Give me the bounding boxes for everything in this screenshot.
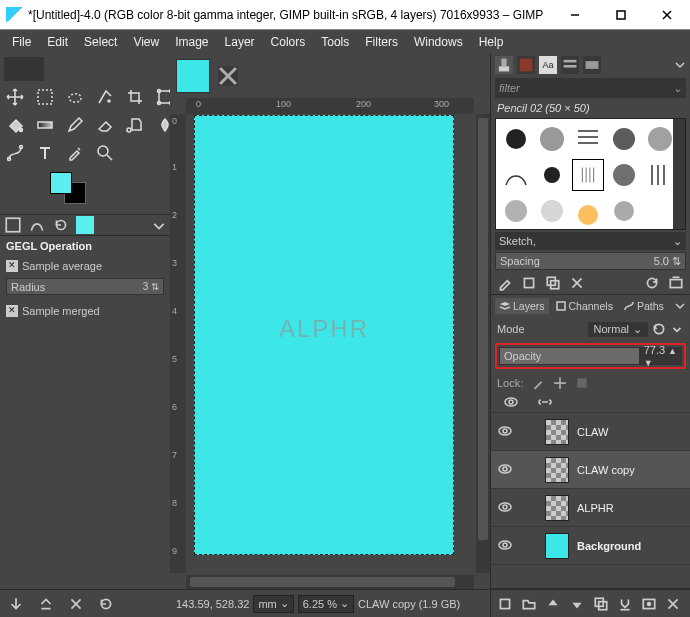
menu-tools[interactable]: Tools — [313, 31, 357, 53]
fonts-tab-icon[interactable]: Aa — [539, 56, 557, 74]
image-tab-thumb[interactable] — [176, 59, 210, 93]
menu-select[interactable]: Select — [76, 31, 125, 53]
layer-name[interactable]: ALPHR — [577, 502, 614, 514]
gradient-tool-icon[interactable] — [36, 116, 54, 134]
brushes-tab-icon[interactable] — [495, 56, 513, 74]
lower-layer-icon[interactable] — [569, 596, 585, 612]
ruler-horizontal[interactable]: 0 100 200 300 — [186, 98, 474, 114]
crop-tool-icon[interactable] — [126, 88, 144, 106]
images-tab-icon[interactable] — [76, 216, 94, 234]
menu-help[interactable]: Help — [471, 31, 512, 53]
zoom-tool-icon[interactable] — [96, 144, 114, 162]
minimize-button[interactable] — [552, 0, 598, 30]
tool-options-tab-icon[interactable] — [4, 216, 22, 234]
menu-file[interactable]: File — [4, 31, 39, 53]
fuzzy-select-tool-icon[interactable] — [96, 88, 114, 106]
menu-filters[interactable]: Filters — [357, 31, 406, 53]
merge-layer-icon[interactable] — [617, 596, 633, 612]
edit-brush-icon[interactable] — [497, 275, 513, 291]
eraser-tool-icon[interactable] — [96, 116, 114, 134]
restore-tool-preset-icon[interactable] — [38, 596, 54, 612]
new-layer-group-icon[interactable] — [521, 596, 537, 612]
opacity-slider[interactable]: Opacity 77.3▲▼ — [499, 347, 682, 365]
bucket-fill-tool-icon[interactable] — [6, 116, 24, 134]
pencil-tool-icon[interactable] — [66, 116, 84, 134]
dock-menu-icon[interactable] — [152, 218, 166, 232]
undo-history-tab-icon[interactable] — [52, 216, 70, 234]
free-select-tool-icon[interactable] — [66, 88, 84, 106]
new-layer-icon[interactable] — [497, 596, 513, 612]
text-tool-icon[interactable] — [36, 144, 54, 162]
sample-average-checkbox[interactable]: ✕ — [6, 260, 18, 272]
layer-row[interactable]: Background — [491, 527, 690, 565]
layer-visibility-icon[interactable] — [497, 499, 513, 517]
lock-position-icon[interactable] — [553, 376, 567, 390]
layer-visibility-icon[interactable] — [497, 423, 513, 441]
layer-visibility-icon[interactable] — [497, 461, 513, 479]
close-button[interactable] — [644, 0, 690, 30]
foreground-color[interactable] — [50, 172, 72, 194]
menu-edit[interactable]: Edit — [39, 31, 76, 53]
duplicate-brush-icon[interactable] — [545, 275, 561, 291]
unit-select[interactable]: mm ⌄ — [253, 595, 293, 613]
lock-alpha-icon[interactable] — [575, 376, 589, 390]
mode-select[interactable]: Normal ⌄ — [588, 322, 648, 337]
delete-tool-preset-icon[interactable] — [68, 596, 84, 612]
sample-merged-checkbox[interactable]: ✕ — [6, 305, 18, 317]
layers-dock-menu-icon[interactable] — [674, 299, 686, 313]
mask-layer-icon[interactable] — [641, 596, 657, 612]
toolbox-tab[interactable] — [4, 57, 44, 81]
layer-row[interactable]: ALPHR — [491, 489, 690, 527]
mode-reset-icon[interactable] — [652, 322, 666, 336]
layer-visibility-icon[interactable] — [497, 537, 513, 555]
brushes-dock-menu-icon[interactable] — [674, 58, 686, 72]
layer-name[interactable]: CLAW copy — [577, 464, 635, 476]
lock-pixels-icon[interactable] — [531, 376, 545, 390]
menu-windows[interactable]: Windows — [406, 31, 471, 53]
menu-image[interactable]: Image — [167, 31, 216, 53]
color-swatch[interactable] — [50, 172, 90, 204]
ruler-vertical[interactable]: 0 1 2 3 4 5 6 7 8 9 — [170, 114, 186, 573]
device-status-tab-icon[interactable] — [28, 216, 46, 234]
move-tool-icon[interactable] — [6, 88, 24, 106]
visibility-header-icon[interactable] — [503, 394, 519, 412]
path-tool-icon[interactable] — [6, 144, 24, 162]
history-tab-icon[interactable] — [561, 56, 579, 74]
tab-paths[interactable]: Paths — [619, 298, 668, 314]
canvas-scrollbar-vertical[interactable] — [476, 114, 490, 573]
raise-layer-icon[interactable] — [545, 596, 561, 612]
duplicate-layer-icon[interactable] — [593, 596, 609, 612]
canvas[interactable]: ALPHR — [194, 115, 454, 555]
layer-name[interactable]: CLAW — [577, 426, 608, 438]
delete-layer-icon[interactable] — [665, 596, 681, 612]
open-as-image-icon[interactable] — [668, 275, 684, 291]
canvas-scrollbar-horizontal[interactable] — [186, 575, 474, 589]
rect-select-tool-icon[interactable] — [36, 88, 54, 106]
brush-filter-input[interactable]: filter ⌄ — [495, 78, 686, 98]
radius-slider[interactable]: Radius 3 ⇅ — [6, 278, 164, 295]
image-tab-close-icon[interactable] — [218, 66, 238, 86]
canvas-area[interactable]: 0 100 200 300 0 1 2 3 4 5 6 7 8 9 ALPHR — [170, 98, 490, 589]
gradients-tab-icon[interactable] — [583, 56, 601, 74]
layer-name[interactable]: Background — [577, 540, 641, 552]
clone-tool-icon[interactable] — [126, 116, 144, 134]
menu-layer[interactable]: Layer — [217, 31, 263, 53]
save-tool-preset-icon[interactable] — [8, 596, 24, 612]
brush-preset-select[interactable]: Sketch, ⌄ — [495, 232, 686, 250]
layer-row[interactable]: CLAW — [491, 413, 690, 451]
patterns-tab-icon[interactable] — [517, 56, 535, 74]
zoom-select[interactable]: 6.25 % ⌄ — [298, 595, 354, 613]
reset-tool-preset-icon[interactable] — [98, 596, 114, 612]
new-brush-icon[interactable] — [521, 275, 537, 291]
menu-view[interactable]: View — [125, 31, 167, 53]
layer-row[interactable]: CLAW copy — [491, 451, 690, 489]
brush-grid[interactable] — [495, 118, 686, 230]
tab-layers[interactable]: Layers — [495, 298, 549, 314]
delete-brush-icon[interactable] — [569, 275, 585, 291]
brush-spacing-slider[interactable]: Spacing 5.0 ⇅ — [495, 252, 686, 270]
maximize-button[interactable] — [598, 0, 644, 30]
refresh-brushes-icon[interactable] — [644, 275, 660, 291]
mode-switch-icon[interactable] — [670, 322, 684, 336]
tab-channels[interactable]: Channels — [551, 298, 617, 314]
menu-colors[interactable]: Colors — [263, 31, 314, 53]
